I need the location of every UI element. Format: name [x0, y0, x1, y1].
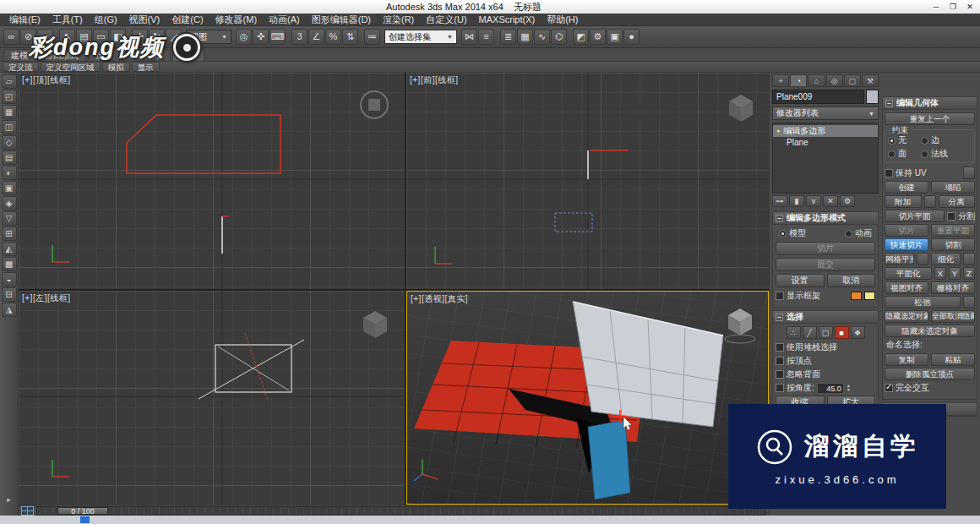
menu-item[interactable]: 视图(V): [123, 14, 166, 26]
ribbon-tool-icon[interactable]: ▱: [2, 74, 17, 89]
viewcube-icon[interactable]: [361, 91, 388, 118]
delete-isolated-vertices-button[interactable]: 删除孤立顶点: [885, 368, 975, 380]
radio-icon[interactable]: [779, 230, 787, 237]
spinner-snap-icon[interactable]: ⇅: [342, 29, 358, 45]
preserve-uv-checkbox[interactable]: [885, 169, 893, 177]
close-button[interactable]: ✕: [961, 2, 978, 13]
constraint-none-radio[interactable]: [888, 137, 896, 145]
viewcube-icon[interactable]: [725, 308, 755, 343]
mirror-icon[interactable]: ⋈: [461, 29, 477, 45]
ribbon-section-button[interactable]: 定义流: [3, 62, 39, 72]
menu-item[interactable]: 创建(C): [166, 14, 209, 26]
plane-object-wire[interactable]: [199, 333, 304, 402]
spin-down-icon[interactable]: ▼: [847, 388, 851, 392]
make-unique-icon[interactable]: ∨: [806, 195, 821, 207]
modifier-list-dropdown[interactable]: 修改器列表 ▼: [772, 106, 879, 120]
viewport-layout-tabs-button[interactable]: [21, 506, 34, 516]
commit-button[interactable]: 提交: [776, 258, 875, 271]
hide-unselected-button[interactable]: 隐藏未选定对象: [885, 325, 975, 337]
ribbon-tool-icon[interactable]: ▽: [2, 211, 17, 226]
ribbon-section-button[interactable]: 显示: [132, 62, 160, 72]
ribbon-tool-icon[interactable]: ◫: [2, 120, 17, 134]
ribbon-tool-icon[interactable]: ◐: [2, 166, 17, 180]
planar-y-button[interactable]: Y: [949, 267, 961, 280]
collapse-icon[interactable]: −: [885, 100, 893, 107]
slice-gizmo-line[interactable]: [222, 216, 229, 254]
full-interactivity-checkbox[interactable]: [885, 384, 893, 392]
unhide-all-button[interactable]: 全部取消隐藏: [931, 310, 975, 323]
ribbon-tool-icon[interactable]: ◮: [2, 303, 17, 317]
menu-item[interactable]: 渲染(R): [377, 14, 420, 26]
slice-mode-button[interactable]: 切片: [776, 242, 875, 255]
modifier-enabled-icon[interactable]: ●: [776, 125, 780, 137]
make-planar-button[interactable]: 平面化: [885, 267, 932, 280]
ribbon-tool-icon[interactable]: ⊞: [2, 227, 17, 241]
layer-manager-icon[interactable]: ≣: [500, 29, 516, 45]
detach-button[interactable]: 分离: [939, 195, 976, 208]
constraint-face-radio[interactable]: [888, 150, 896, 158]
edge-subobject-icon[interactable]: ╱: [803, 326, 817, 339]
attach-button[interactable]: 附加: [885, 195, 922, 208]
align-icon[interactable]: ≡: [478, 29, 494, 45]
taskbar-app-icon[interactable]: [80, 516, 90, 523]
render-production-icon[interactable]: ●: [623, 29, 640, 45]
constraint-normal-radio[interactable]: [921, 150, 928, 158]
select-and-manipulate-icon[interactable]: ✜: [253, 29, 269, 45]
modify-tab-icon[interactable]: ◔: [790, 74, 807, 87]
display-tab-icon[interactable]: ▢: [844, 74, 861, 87]
toolbar-divider[interactable]: [286, 29, 291, 45]
create-tab-icon[interactable]: +: [772, 74, 789, 87]
ribbon-tool-icon[interactable]: ◰: [2, 90, 17, 104]
create-button[interactable]: 创建: [885, 181, 928, 194]
expand-strip-icon[interactable]: ▸: [7, 495, 11, 504]
ignore-backfacing-checkbox[interactable]: [776, 370, 784, 379]
viewcube-icon[interactable]: [729, 95, 753, 122]
curve-editor-icon[interactable]: ∿: [534, 29, 550, 45]
viewport-perspective[interactable]: [+][透视][真实]: [406, 291, 769, 505]
modifier-stack-row[interactable]: ● 编辑多边形: [773, 125, 878, 137]
polygon-subobject-icon[interactable]: ■: [835, 326, 849, 339]
quick-slice-button[interactable]: 快速切片: [885, 238, 928, 251]
vertex-subobject-icon[interactable]: ∴: [787, 326, 801, 339]
ribbon-tool-icon[interactable]: ◈: [2, 196, 17, 210]
percent-snap-icon[interactable]: %: [325, 29, 341, 45]
menu-item[interactable]: 组(G): [89, 14, 123, 26]
plane-object-wire[interactable]: [588, 150, 629, 179]
slice-button[interactable]: 切片: [885, 224, 928, 237]
time-slider-handle[interactable]: 0 / 100: [57, 507, 108, 515]
viewport-left-label[interactable]: [+][左][线框]: [22, 292, 71, 304]
use-pivot-point-center-icon[interactable]: ◎: [236, 29, 252, 45]
msmooth-settings-button[interactable]: [917, 253, 928, 265]
model-mode-option[interactable]: 模型: [779, 227, 806, 239]
relax-button[interactable]: 松弛: [885, 296, 961, 308]
toolbar-divider[interactable]: [568, 29, 572, 45]
view-align-button[interactable]: 视图对齐: [885, 281, 928, 294]
ribbon-tool-icon[interactable]: ◭: [2, 242, 17, 256]
attach-list-button[interactable]: [924, 195, 936, 208]
menu-item[interactable]: 修改器(M): [210, 14, 264, 26]
viewport-perspective-label[interactable]: [+][透视][真实]: [411, 293, 468, 305]
menu-item[interactable]: 动画(A): [263, 14, 306, 26]
rendered-frame-window-icon[interactable]: ▣: [607, 29, 623, 45]
settings-button[interactable]: 设置: [776, 274, 825, 287]
radio-icon[interactable]: [845, 230, 852, 237]
cancel-button[interactable]: 取消: [827, 274, 876, 287]
menu-item[interactable]: 图形编辑器(D): [306, 14, 377, 26]
angle-spinner[interactable]: ▲ ▼: [847, 384, 851, 392]
menu-item[interactable]: 工具(T): [46, 14, 89, 26]
msmooth-button[interactable]: 网格平滑: [885, 253, 914, 265]
viewport-front-label[interactable]: [+][前][线框]: [410, 74, 459, 86]
blue-plane-object[interactable]: [588, 420, 630, 499]
ribbon-tool-icon[interactable]: ▦: [2, 105, 17, 119]
pin-stack-icon[interactable]: ⊶: [772, 195, 787, 207]
animate-mode-option[interactable]: 动画: [845, 227, 872, 239]
viewport-top[interactable]: [+][顶][线框]: [19, 73, 405, 289]
show-cage-checkbox[interactable]: [776, 292, 784, 300]
viewport-top-label[interactable]: [+][顶][线框]: [22, 74, 71, 86]
split-checkbox[interactable]: [947, 212, 956, 221]
viewcube-icon[interactable]: [363, 311, 387, 338]
preserve-uv-settings-button[interactable]: [963, 166, 975, 179]
toolbar-divider[interactable]: [495, 29, 499, 45]
object-color-swatch[interactable]: [866, 90, 879, 104]
ribbon-tool-icon[interactable]: ▣: [2, 181, 17, 195]
